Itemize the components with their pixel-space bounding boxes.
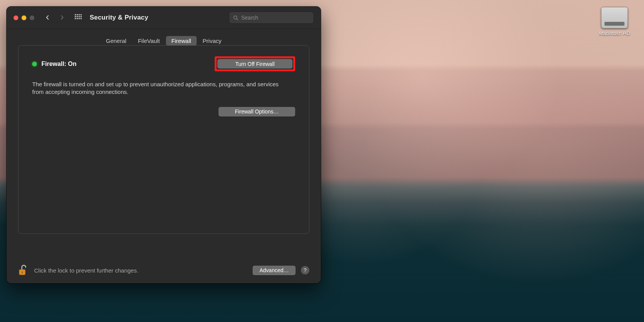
forward-button[interactable]: › (57, 13, 67, 23)
firewall-pane: Firewall: On Turn Off Firewall The firew… (18, 45, 309, 234)
tab-privacy[interactable]: Privacy (197, 36, 227, 46)
svg-rect-15 (22, 271, 23, 273)
zoom-window-button[interactable] (30, 15, 34, 20)
window-controls (13, 15, 34, 20)
svg-rect-9 (77, 18, 78, 19)
desktop-wallpaper: Macintosh HD ‹ › (0, 0, 644, 322)
unlocked-padlock-icon (18, 264, 29, 276)
help-icon: ? (304, 267, 307, 273)
tab-bar: General FileVault Firewall Privacy (7, 36, 321, 46)
tab-general[interactable]: General (100, 36, 131, 46)
svg-rect-10 (79, 18, 80, 19)
firewall-status-row: Firewall: On Turn Off Firewall (32, 56, 295, 71)
svg-rect-6 (79, 16, 80, 17)
svg-rect-7 (80, 16, 82, 17)
search-input[interactable] (240, 14, 310, 21)
grid-icon (75, 14, 82, 21)
svg-rect-3 (80, 14, 82, 15)
search-icon (233, 15, 238, 21)
harddrive-icon (601, 7, 628, 28)
window-footer: Click the lock to prevent further change… (7, 264, 321, 276)
firewall-status-label: Firewall: On (41, 61, 77, 67)
window-title: Security & Privacy (90, 14, 148, 21)
search-field-wrap[interactable] (229, 12, 314, 24)
back-button[interactable]: ‹ (42, 13, 53, 23)
svg-rect-8 (75, 18, 76, 19)
help-button[interactable]: ? (301, 266, 309, 274)
svg-rect-0 (75, 14, 76, 15)
firewall-description: The firewall is turned on and set up to … (32, 80, 281, 96)
titlebar: ‹ › Security & Privacy (7, 7, 321, 29)
tab-firewall[interactable]: Firewall (166, 36, 197, 46)
turn-off-firewall-button[interactable]: Turn Off Firewall (217, 59, 292, 69)
show-all-button[interactable] (73, 13, 84, 23)
lock-icon[interactable] (18, 264, 29, 276)
tab-filevault[interactable]: FileVault (133, 36, 165, 46)
svg-line-13 (237, 18, 238, 20)
lock-hint-text: Click the lock to prevent further change… (34, 267, 138, 274)
svg-rect-5 (77, 16, 78, 17)
svg-rect-1 (77, 14, 78, 15)
svg-rect-2 (79, 14, 80, 15)
status-indicator-icon (32, 62, 37, 66)
advanced-button[interactable]: Advanced… (253, 266, 296, 275)
close-window-button[interactable] (13, 15, 18, 20)
disk-label: Macintosh HD (597, 31, 632, 36)
preferences-window: ‹ › Security & Privacy (7, 7, 321, 283)
annotation-highlight: Turn Off Firewall (215, 56, 295, 71)
firewall-options-button[interactable]: Firewall Options… (219, 107, 295, 117)
desktop-disk-macintosh-hd[interactable]: Macintosh HD (597, 7, 632, 36)
svg-rect-4 (75, 16, 76, 17)
svg-rect-11 (80, 18, 82, 19)
minimize-window-button[interactable] (21, 15, 26, 20)
